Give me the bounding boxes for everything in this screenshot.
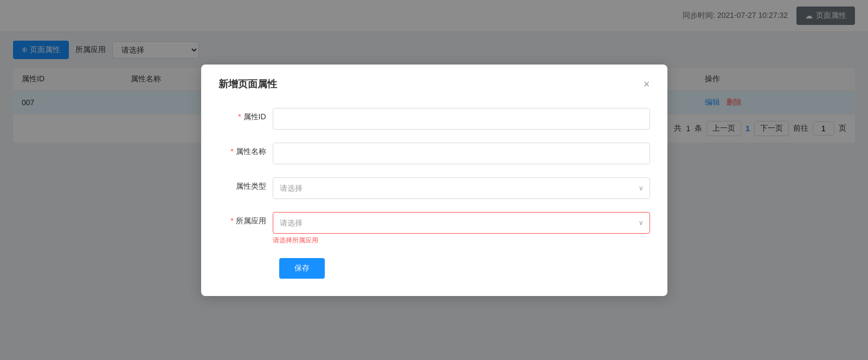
belongs-app-error: 请选择所属应用	[273, 236, 650, 245]
page-background: 同步时间: 2021-07-27 10:27:32 ☁ 页面属性 ⊕ 页面属性 …	[0, 0, 868, 360]
form-item-attr-type: 属性类型 请选择	[218, 177, 650, 199]
belongs-app-control: 请选择 请选择所属应用	[273, 212, 650, 245]
form-item-attr-id: 属性ID	[218, 108, 650, 130]
attr-name-input[interactable]	[273, 143, 650, 164]
attr-name-label: 属性名称	[218, 143, 273, 157]
form-actions: 保存	[218, 258, 650, 279]
modal-close-button[interactable]: ×	[644, 79, 650, 89]
attr-name-control	[273, 143, 650, 164]
attr-id-input[interactable]	[273, 108, 650, 130]
form-item-attr-name: 属性名称	[218, 143, 650, 164]
modal-dialog: 新增页面属性 × 属性ID 属性名称	[201, 65, 667, 296]
modal-header: 新增页面属性 ×	[218, 78, 650, 91]
close-icon: ×	[644, 78, 650, 90]
attr-id-control	[273, 108, 650, 130]
belongs-app-select-wrapper: 请选择	[273, 212, 650, 234]
attr-type-control: 请选择	[273, 177, 650, 199]
belongs-app-label: 所属应用	[218, 212, 273, 226]
attr-type-select[interactable]: 请选择	[273, 177, 650, 199]
attr-id-label: 属性ID	[218, 108, 273, 122]
modal-form: 属性ID 属性名称 属性类型	[218, 108, 650, 279]
form-item-belongs-app: 所属应用 请选择 请选择所属应用	[218, 212, 650, 245]
modal-overlay: 新增页面属性 × 属性ID 属性名称	[0, 0, 868, 360]
belongs-app-select[interactable]: 请选择	[273, 212, 650, 234]
modal-title: 新增页面属性	[218, 78, 277, 91]
save-button[interactable]: 保存	[279, 258, 325, 279]
attr-type-label: 属性类型	[218, 177, 273, 191]
attr-type-select-wrapper: 请选择	[273, 177, 650, 199]
